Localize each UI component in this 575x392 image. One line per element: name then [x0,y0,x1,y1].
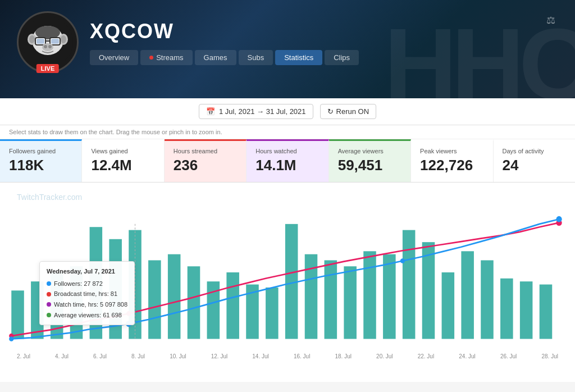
x-label-8: 18. Jul [335,353,352,359]
svg-point-13 [44,45,47,48]
date-range-button[interactable]: 📅 1 Jul, 2021 → 31 Jul, 2021 [199,104,313,119]
stat-label-followers: Followers gained [9,148,72,154]
date-bar: 📅 1 Jul, 2021 → 31 Jul, 2021 ↻ Rerun ON [0,98,575,125]
stat-value-views: 12.4M [91,157,154,174]
stat-card-days-activity[interactable]: Days of activity 24 [494,139,575,182]
svg-point-12 [42,43,53,51]
rerun-button[interactable]: ↻ Rerun ON [320,104,377,119]
viewers-dot [9,336,13,341]
tooltip-broadcast: Broadcast time, hrs: 81 [54,289,117,299]
tooltip-row-0: Followers: 27 872 [47,279,127,289]
date-range-text: 1 Jul, 2021 → 31 Jul, 2021 [219,107,306,116]
svg-rect-41 [520,281,533,339]
stat-value-peak-viewers: 122,726 [420,157,483,174]
x-axis: 2. Jul 4. Jul 6. Jul 8. Jul 10. Jul 12. … [6,351,569,359]
stats-hint: Select stats to draw them on the chart. … [0,125,575,139]
x-label-7: 16. Jul [294,353,310,359]
stat-label-avg-viewers: Average viewers [338,148,401,154]
x-label-6: 14. Jul [252,353,268,359]
tab-streams[interactable]: Streams [140,50,192,65]
live-badge: LIVE [36,64,59,73]
tooltip-dot-avgviewers [47,313,51,317]
stat-label-days-activity: Days of activity [503,148,566,154]
avatar-wrapper: LIVE [17,11,79,73]
tooltip-dot-broadcast [47,292,51,297]
streamer-name: XQCOW [90,20,558,43]
tooltip-watch: Watch time, hrs: 5 097 808 [54,299,127,310]
x-label-9: 20. Jul [376,353,393,359]
tooltip-followers: Followers: 27 872 [54,279,103,289]
tooltip-dot-watch [47,302,51,307]
header-info: ⚖ XQCOW Overview Streams Games Subs Stat… [90,20,558,65]
stat-label-peak-viewers: Peak viewers [420,148,483,154]
stat-card-hours-watched[interactable]: Hours watched 14.1M [247,139,328,182]
avatar-image [22,17,73,67]
svg-rect-35 [403,230,416,339]
x-label-5: 12. Jul [211,353,227,359]
svg-rect-26 [226,272,239,339]
tab-overview[interactable]: Overview [90,50,138,65]
stat-label-hours-watched: Hours watched [255,148,319,154]
streams-dot [149,56,153,60]
svg-rect-39 [481,260,494,339]
svg-rect-32 [344,266,357,339]
stat-label-hours-streamed: Hours streamed [174,148,237,154]
calendar-icon: 📅 [206,107,215,116]
x-label-3: 8. Jul [131,353,145,359]
svg-rect-23 [168,254,181,339]
svg-rect-28 [266,288,279,339]
viewers-dot-mid [400,258,405,263]
nav-tabs: Overview Streams Games Subs Statistics C… [90,50,558,65]
stat-value-hours-watched: 14.1M [255,157,319,174]
svg-point-3 [29,35,35,43]
svg-rect-24 [188,266,200,339]
stat-card-peak-viewers[interactable]: Peak viewers 122,726 [411,139,493,182]
x-label-12: 26. Jul [500,353,517,359]
svg-point-5 [61,35,66,43]
rerun-icon: ↻ [327,107,334,116]
x-label-4: 10. Jul [170,353,186,359]
tooltip-dot-followers [47,281,51,286]
svg-rect-22 [148,260,161,339]
stat-value-hours-streamed: 236 [174,157,237,174]
svg-rect-40 [500,279,513,339]
tooltip-avgviewers: Average viewers: 61 698 [54,310,122,321]
scale-icon: ⚖ [546,14,555,26]
x-label-1: 4. Jul [55,353,69,359]
stat-value-followers: 118K [9,157,72,174]
svg-rect-31 [325,260,337,339]
svg-rect-11 [51,39,59,44]
rerun-label: Rerun ON [336,107,369,116]
svg-rect-10 [36,39,44,44]
stat-label-views: Views gained [91,148,154,154]
stat-card-hours-streamed[interactable]: Hours streamed 236 [165,139,247,182]
chart-container[interactable]: Wednesday, Jul 7, 2021 Followers: 27 872… [6,194,569,351]
stats-cards: Followers gained 118K Views gained 12.4M… [0,139,575,183]
svg-rect-38 [461,251,474,339]
tab-subs[interactable]: Subs [239,50,273,65]
svg-rect-33 [363,251,376,339]
viewers-dot-end [556,216,562,222]
stat-value-days-activity: 24 [503,157,566,174]
stat-card-followers[interactable]: Followers gained 118K [0,139,82,182]
tab-clips[interactable]: Clips [325,50,359,65]
chart-area[interactable]: TwitchTracker.com [0,183,575,382]
stat-card-views[interactable]: Views gained 12.4M [82,139,164,182]
x-label-2: 6. Jul [93,353,107,359]
tooltip-row-1: Broadcast time, hrs: 81 [47,289,127,299]
tooltip-title: Wednesday, Jul 7, 2021 [47,266,127,277]
tooltip-row-2: Watch time, hrs: 5 097 808 [47,299,127,310]
x-label-13: 28. Jul [541,353,558,359]
x-label-11: 24. Jul [459,353,475,359]
tab-statistics[interactable]: Statistics [275,50,322,65]
svg-point-14 [48,45,52,48]
svg-rect-42 [540,285,553,339]
x-label-0: 2. Jul [17,353,30,359]
x-label-10: 22. Jul [418,353,434,359]
svg-rect-15 [11,290,24,339]
chart-tooltip: Wednesday, Jul 7, 2021 Followers: 27 872… [39,261,135,325]
page-header: HHC [0,0,575,98]
stat-value-avg-viewers: 59,451 [338,157,401,174]
tab-games[interactable]: Games [195,50,236,65]
stat-card-avg-viewers[interactable]: Average viewers 59,451 [329,139,411,182]
